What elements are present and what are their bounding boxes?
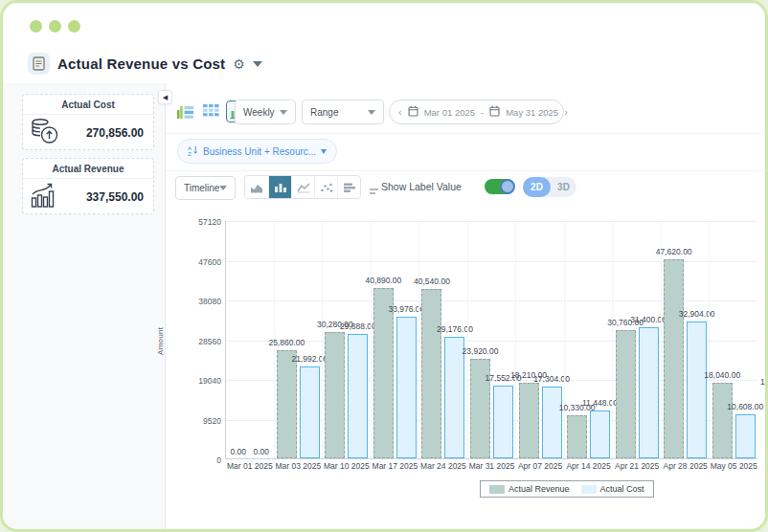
area-chart-icon[interactable] (245, 176, 268, 198)
range-select[interactable]: Range (302, 100, 384, 124)
chart-legend: Actual Revenue Actual Cost (480, 480, 654, 498)
actual-cost-card: Actual Cost 270,856.00 (22, 94, 154, 150)
legend-revenue-label: Actual Revenue (508, 484, 570, 494)
legend-item-revenue[interactable]: Actual Revenue (489, 484, 570, 494)
caret-down-icon[interactable] (253, 61, 262, 67)
y-tick-label: 47600 (198, 257, 221, 267)
bar-chart-icon[interactable] (268, 176, 291, 198)
bar-actual-revenue[interactable] (712, 383, 733, 458)
bar-value-label: 40,540.00 (414, 277, 450, 286)
category-group: 40,890.0033,976.00Mar 17 2025 (371, 221, 419, 458)
sidebar-collapse-button[interactable]: ◀ (158, 90, 172, 104)
toolbar-separator (166, 133, 762, 134)
svg-text:Z: Z (188, 151, 192, 156)
bar-value-label: 0.00 (253, 447, 269, 456)
bar-actual-cost[interactable] (300, 366, 320, 458)
show-label-value-label: Show Label Value (381, 181, 462, 192)
chart-table-view-icon[interactable] (174, 100, 196, 122)
category-group: 30,760.0031,400.00Apr 21 2025 (612, 221, 661, 458)
bar-actual-revenue[interactable] (519, 383, 539, 458)
y-tick-label: 9520 (203, 416, 221, 426)
legend-item-cost[interactable]: Actual Cost (581, 484, 644, 494)
timeline-select[interactable]: Timeline (175, 176, 236, 200)
bar-actual-revenue[interactable] (567, 415, 587, 458)
x-tick-label: May 05 2025 (701, 461, 767, 471)
cost-swatch (581, 485, 597, 494)
y-axis: 095201904028560380804760057120 (181, 221, 221, 459)
svg-text:A: A (188, 145, 192, 151)
dimension-3d-button[interactable]: 3D (551, 182, 576, 192)
category-group: 40,540.0029,176.00Mar 24 2025 (418, 221, 467, 458)
scatter-chart-icon[interactable] (314, 176, 337, 198)
timeline-value: Timeline (184, 183, 219, 193)
bar-actual-cost[interactable] (493, 386, 513, 459)
frequency-select[interactable]: Weekly (235, 100, 296, 124)
chart-type-switcher (244, 175, 361, 199)
date-range-picker: ‹ Mar 01 2025 - May 31 2025 › (389, 100, 564, 124)
bar-actual-revenue[interactable] (664, 259, 684, 458)
label-options-icon[interactable] (370, 183, 379, 200)
bar-actual-revenue[interactable] (277, 350, 297, 458)
dimension-switcher: 2D 3D (523, 177, 576, 197)
group-by-chip[interactable]: AZ Business Unit + Resourc... (177, 139, 337, 164)
bar-actual-revenue[interactable] (616, 330, 636, 458)
range-value: Range (310, 107, 338, 118)
bar-actual-revenue[interactable] (421, 289, 441, 458)
y-tick-label: 28560 (198, 337, 221, 346)
bar-actual-revenue[interactable] (325, 332, 345, 458)
chevron-down-icon (280, 110, 287, 115)
sort-az-icon: AZ (188, 144, 198, 158)
bar-actual-cost[interactable] (687, 321, 707, 458)
legend-cost-label: Actual Cost (600, 484, 644, 494)
chevron-down-icon (368, 110, 375, 115)
bar-value-label: 0.00 (230, 447, 246, 456)
category-group: 30,280.0029,888.00Mar 10 2025 (322, 221, 371, 458)
actual-cost-card-title: Actual Cost (23, 95, 153, 115)
bar-value-label: 40,890.00 (365, 276, 401, 285)
bar-actual-cost[interactable] (639, 327, 659, 458)
bar-actual-cost[interactable] (735, 414, 756, 458)
dimension-2d-button[interactable]: 2D (523, 177, 551, 197)
date-range-start[interactable]: Mar 01 2025 (424, 107, 475, 118)
revenue-swatch (489, 485, 505, 494)
bar-groups: 0.000.00Mar 01 202525,860.0021,992.00Mar… (226, 221, 757, 458)
bar-value-label: 47,620.00 (656, 247, 692, 256)
y-axis-title: Amount (156, 327, 165, 355)
bar-actual-cost[interactable] (542, 387, 562, 458)
calendar-icon (408, 103, 418, 121)
chevron-down-icon (219, 186, 227, 190)
category-group: 10,330.0011,448.00Apr 14 2025 (564, 221, 613, 458)
window-dot-1[interactable] (30, 20, 42, 33)
next-period-button[interactable]: › (564, 107, 568, 118)
date-range-end[interactable]: May 31 2025 (506, 107, 558, 118)
bar-actual-cost[interactable] (348, 334, 368, 458)
line-chart-icon[interactable] (291, 176, 314, 198)
actual-revenue-card: Actual Revenue 337,550.00 (22, 158, 154, 214)
hbar-chart-icon[interactable] (337, 176, 360, 198)
page-header: Actual Revenue vs Cost ⚙ (28, 53, 262, 75)
window-dot-2[interactable] (49, 20, 61, 33)
prev-period-button[interactable]: ‹ (398, 107, 402, 118)
growth-chart-icon (31, 182, 59, 211)
bar-value-label: 18,040.00 (704, 370, 740, 380)
show-label-value-toggle[interactable] (485, 179, 514, 194)
y-tick-label: 57120 (198, 217, 221, 227)
bar-value-label: 25,860.00 (268, 338, 305, 347)
category-group: 18,210.0017,304.00Apr 07 2025 (515, 221, 564, 458)
category-group: 18,040.0010,608.00May 05 2025 (709, 221, 757, 458)
bar-actual-cost[interactable] (396, 317, 417, 458)
toolbar-separator (166, 170, 762, 171)
category-group: 0.000.00Mar 01 2025 (226, 221, 274, 458)
category-group: 23,920.0017,552.00Mar 31 2025 (467, 221, 516, 458)
coins-icon (31, 118, 59, 148)
sidebar-divider (165, 83, 166, 529)
window-dot-3[interactable] (68, 20, 80, 33)
gear-icon[interactable]: ⚙ (233, 57, 245, 71)
grid-view-icon[interactable] (200, 100, 222, 122)
clipped-data-label: 1 (760, 377, 765, 387)
y-tick-label: 38080 (198, 297, 221, 306)
bar-value-label: 23,920.00 (463, 346, 499, 356)
y-tick-label: 19040 (198, 376, 221, 386)
group-by-label: Business Unit + Resourc... (203, 146, 316, 157)
bar-actual-cost[interactable] (590, 410, 610, 458)
